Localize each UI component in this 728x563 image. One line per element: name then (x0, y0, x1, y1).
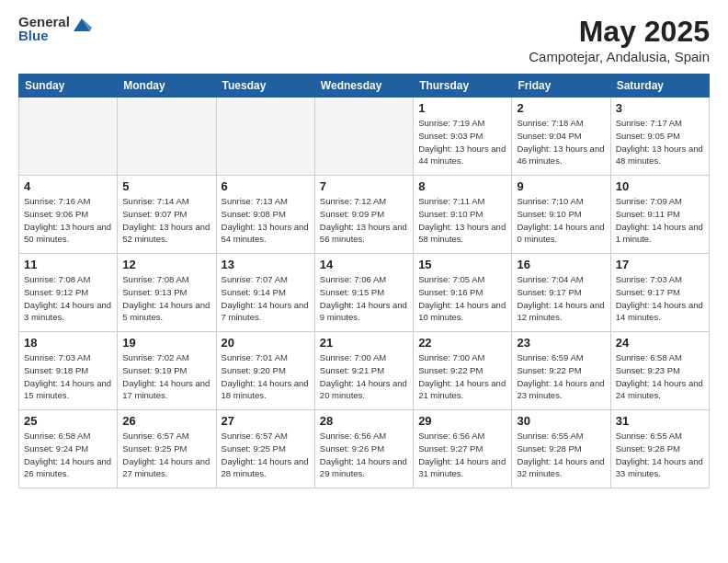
day-number: 20 (222, 336, 310, 350)
day-cell: 15Sunrise: 7:05 AM Sunset: 9:16 PM Dayli… (414, 254, 512, 332)
day-cell: 16Sunrise: 7:04 AM Sunset: 9:17 PM Dayli… (512, 254, 610, 332)
day-cell: 14Sunrise: 7:06 AM Sunset: 9:15 PM Dayli… (314, 254, 413, 332)
day-cell: 26Sunrise: 6:57 AM Sunset: 9:25 PM Dayli… (118, 410, 216, 488)
day-number: 29 (418, 414, 506, 428)
day-number: 14 (320, 258, 408, 271)
day-cell: 23Sunrise: 6:59 AM Sunset: 9:22 PM Dayli… (512, 332, 610, 410)
day-info: Sunrise: 7:10 AM Sunset: 9:10 PM Dayligh… (517, 195, 605, 246)
day-info: Sunrise: 7:19 AM Sunset: 9:03 PM Dayligh… (418, 117, 506, 167)
day-cell: 13Sunrise: 7:07 AM Sunset: 9:14 PM Dayli… (216, 254, 314, 332)
day-number: 6 (222, 179, 310, 193)
day-number: 9 (517, 179, 605, 193)
day-number: 13 (222, 258, 310, 271)
day-info: Sunrise: 7:05 AM Sunset: 9:16 PM Dayligh… (418, 273, 506, 324)
day-cell: 30Sunrise: 6:55 AM Sunset: 9:28 PM Dayli… (512, 410, 610, 488)
day-info: Sunrise: 7:18 AM Sunset: 9:04 PM Dayligh… (517, 117, 605, 167)
day-info: Sunrise: 6:59 AM Sunset: 9:22 PM Dayligh… (517, 351, 605, 402)
day-cell: 8Sunrise: 7:11 AM Sunset: 9:10 PM Daylig… (414, 176, 512, 254)
day-info: Sunrise: 6:56 AM Sunset: 9:27 PM Dayligh… (418, 430, 506, 480)
day-info: Sunrise: 7:00 AM Sunset: 9:21 PM Dayligh… (320, 351, 408, 402)
day-number: 1 (418, 101, 506, 115)
day-number: 30 (517, 414, 605, 428)
weekday-header-wednesday: Wednesday (314, 75, 413, 98)
day-info: Sunrise: 7:11 AM Sunset: 9:10 PM Dayligh… (418, 195, 506, 246)
day-info: Sunrise: 7:13 AM Sunset: 9:08 PM Dayligh… (222, 195, 310, 246)
logo-general: General (18, 15, 70, 29)
weekday-header-tuesday: Tuesday (216, 75, 314, 98)
logo: General Blue (18, 15, 92, 42)
day-cell: 31Sunrise: 6:55 AM Sunset: 9:28 PM Dayli… (610, 410, 709, 488)
day-info: Sunrise: 7:16 AM Sunset: 9:06 PM Dayligh… (24, 195, 112, 246)
day-cell: 11Sunrise: 7:08 AM Sunset: 9:12 PM Dayli… (19, 254, 118, 332)
day-info: Sunrise: 7:04 AM Sunset: 9:17 PM Dayligh… (517, 273, 605, 324)
logo-icon (72, 15, 92, 35)
day-number: 17 (616, 258, 704, 271)
day-number: 7 (320, 179, 408, 193)
day-cell: 27Sunrise: 6:57 AM Sunset: 9:25 PM Dayli… (216, 410, 314, 488)
day-info: Sunrise: 7:06 AM Sunset: 9:15 PM Dayligh… (320, 273, 408, 324)
day-number: 12 (122, 258, 210, 271)
day-cell: 5Sunrise: 7:14 AM Sunset: 9:07 PM Daylig… (118, 176, 216, 254)
day-number: 21 (320, 336, 408, 350)
days-of-week-row: SundayMondayTuesdayWednesdayThursdayFrid… (19, 75, 710, 98)
day-cell: 3Sunrise: 7:17 AM Sunset: 9:05 PM Daylig… (610, 98, 709, 176)
day-number: 3 (616, 101, 704, 115)
weekday-header-thursday: Thursday (414, 75, 512, 98)
day-number: 26 (122, 414, 210, 428)
day-number: 24 (616, 336, 704, 350)
day-info: Sunrise: 7:03 AM Sunset: 9:17 PM Dayligh… (616, 273, 704, 324)
day-cell: 20Sunrise: 7:01 AM Sunset: 9:20 PM Dayli… (216, 332, 314, 410)
day-number: 22 (418, 336, 506, 350)
day-info: Sunrise: 7:08 AM Sunset: 9:12 PM Dayligh… (24, 273, 112, 324)
day-cell: 17Sunrise: 7:03 AM Sunset: 9:17 PM Dayli… (610, 254, 709, 332)
day-info: Sunrise: 7:08 AM Sunset: 9:13 PM Dayligh… (122, 273, 210, 324)
day-cell: 29Sunrise: 6:56 AM Sunset: 9:27 PM Dayli… (414, 410, 512, 488)
day-cell: 24Sunrise: 6:58 AM Sunset: 9:23 PM Dayli… (610, 332, 709, 410)
day-cell: 18Sunrise: 7:03 AM Sunset: 9:18 PM Dayli… (19, 332, 118, 410)
week-row-3: 11Sunrise: 7:08 AM Sunset: 9:12 PM Dayli… (19, 254, 710, 332)
day-cell: 1Sunrise: 7:19 AM Sunset: 9:03 PM Daylig… (414, 98, 512, 176)
page-header: General Blue May 2025 Campotejar, Andalu… (18, 15, 710, 64)
day-cell: 7Sunrise: 7:12 AM Sunset: 9:09 PM Daylig… (314, 176, 413, 254)
day-number: 25 (24, 414, 112, 428)
day-cell: 4Sunrise: 7:16 AM Sunset: 9:06 PM Daylig… (19, 176, 118, 254)
day-info: Sunrise: 6:55 AM Sunset: 9:28 PM Dayligh… (517, 430, 605, 480)
title-block: May 2025 Campotejar, Andalusia, Spain (529, 15, 710, 64)
day-info: Sunrise: 7:17 AM Sunset: 9:05 PM Dayligh… (616, 117, 704, 167)
day-info: Sunrise: 6:58 AM Sunset: 9:23 PM Dayligh… (616, 351, 704, 402)
day-info: Sunrise: 6:58 AM Sunset: 9:24 PM Dayligh… (24, 430, 112, 480)
day-number: 23 (517, 336, 605, 350)
day-cell: 22Sunrise: 7:00 AM Sunset: 9:22 PM Dayli… (414, 332, 512, 410)
day-cell: 6Sunrise: 7:13 AM Sunset: 9:08 PM Daylig… (216, 176, 314, 254)
day-info: Sunrise: 7:12 AM Sunset: 9:09 PM Dayligh… (320, 195, 408, 246)
weekday-header-saturday: Saturday (610, 75, 709, 98)
location-subtitle: Campotejar, Andalusia, Spain (529, 49, 710, 64)
month-year-title: May 2025 (529, 15, 710, 49)
day-number: 18 (24, 336, 112, 350)
day-cell (314, 98, 413, 176)
day-cell: 9Sunrise: 7:10 AM Sunset: 9:10 PM Daylig… (512, 176, 610, 254)
week-row-2: 4Sunrise: 7:16 AM Sunset: 9:06 PM Daylig… (19, 176, 710, 254)
week-row-1: 1Sunrise: 7:19 AM Sunset: 9:03 PM Daylig… (19, 98, 710, 176)
day-number: 10 (616, 179, 704, 193)
weekday-header-sunday: Sunday (19, 75, 118, 98)
day-info: Sunrise: 7:00 AM Sunset: 9:22 PM Dayligh… (418, 351, 506, 402)
logo-blue: Blue (18, 29, 70, 42)
day-info: Sunrise: 6:56 AM Sunset: 9:26 PM Dayligh… (320, 430, 408, 480)
day-cell: 21Sunrise: 7:00 AM Sunset: 9:21 PM Dayli… (314, 332, 413, 410)
day-cell: 19Sunrise: 7:02 AM Sunset: 9:19 PM Dayli… (118, 332, 216, 410)
day-number: 28 (320, 414, 408, 428)
day-number: 4 (24, 179, 112, 193)
day-info: Sunrise: 6:55 AM Sunset: 9:28 PM Dayligh… (616, 430, 704, 480)
day-number: 8 (418, 179, 506, 193)
calendar-table: SundayMondayTuesdayWednesdayThursdayFrid… (18, 74, 710, 488)
day-info: Sunrise: 7:14 AM Sunset: 9:07 PM Dayligh… (122, 195, 210, 246)
day-info: Sunrise: 7:03 AM Sunset: 9:18 PM Dayligh… (24, 351, 112, 402)
day-number: 11 (24, 258, 112, 271)
day-info: Sunrise: 7:09 AM Sunset: 9:11 PM Dayligh… (616, 195, 704, 246)
day-number: 5 (122, 179, 210, 193)
day-number: 27 (222, 414, 310, 428)
day-number: 19 (122, 336, 210, 350)
day-number: 15 (418, 258, 506, 271)
day-cell: 2Sunrise: 7:18 AM Sunset: 9:04 PM Daylig… (512, 98, 610, 176)
